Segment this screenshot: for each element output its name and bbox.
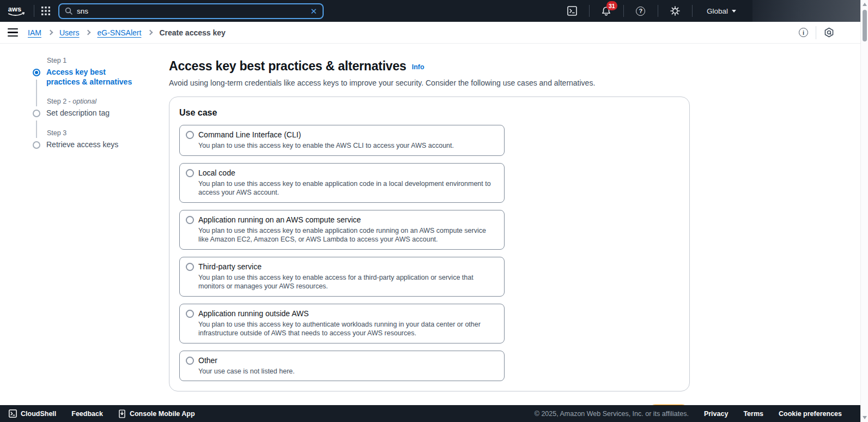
step-radio-icon (33, 110, 40, 117)
step-number-label: Step 1 (47, 57, 134, 64)
settings-button[interactable] (665, 0, 685, 22)
breadcrumb-bar: IAM Users eG-SNSAlert Create access key … (0, 22, 868, 44)
divider (816, 26, 816, 39)
wizard-step-1[interactable]: Step 1 Access key best practices & alter… (33, 57, 134, 87)
feedback-label: Feedback (71, 410, 103, 418)
use-case-heading: Use case (179, 108, 679, 118)
radio-icon[interactable] (186, 263, 194, 271)
radio-icon[interactable] (186, 169, 194, 177)
help-button[interactable]: ? (630, 0, 651, 22)
radio-icon[interactable] (186, 357, 194, 365)
search-icon (65, 7, 72, 15)
radio-icon[interactable] (186, 131, 194, 139)
step-title[interactable]: Access key best practices & alternatives (46, 68, 134, 87)
cookie-preferences-link[interactable]: Cookie preferences (779, 410, 842, 418)
step-radio-active-icon (33, 69, 40, 76)
scrollbar-thumb[interactable] (863, 10, 867, 41)
panel-toggles: i (799, 26, 834, 39)
region-label: Global (707, 7, 728, 15)
breadcrumb-user-name[interactable]: eG-SNSAlert (97, 28, 141, 37)
option-description: You plan to use this access key to enabl… (198, 179, 493, 197)
page-title: Access key best practices & alternatives (169, 59, 406, 73)
step-title[interactable]: Retrieve access keys (46, 140, 118, 150)
option-label: Other (198, 355, 494, 366)
radio-icon[interactable] (186, 310, 194, 318)
step-number-label: Step 2 - optional (47, 98, 134, 105)
privacy-link[interactable]: Privacy (704, 410, 728, 418)
breadcrumb-current-page: Create access key (159, 28, 225, 37)
topbar-gradient-panel (752, 0, 868, 22)
region-selector[interactable]: Global (699, 0, 744, 22)
info-link[interactable]: Info (412, 63, 424, 71)
wizard-step-2[interactable]: Step 2 - optional Set description tag (33, 98, 134, 118)
option-description: Your use case is not listed here. (198, 367, 493, 376)
scroll-up-arrow-icon[interactable] (863, 3, 867, 6)
footer-feedback-button[interactable]: Feedback (71, 410, 103, 418)
wizard-steps-nav: Step 1 Access key best practices & alter… (33, 57, 134, 160)
footer-cloudshell-button[interactable]: CloudShell (9, 409, 56, 418)
cloudshell-terminal-icon (9, 409, 17, 418)
step-radio-icon (33, 141, 40, 149)
side-menu-toggle[interactable] (8, 28, 18, 37)
cloudshell-button[interactable] (562, 0, 582, 22)
page-subtitle: Avoid using long-term credentials like a… (169, 79, 691, 87)
topbar-divider (658, 5, 658, 17)
topbar-divider (34, 5, 34, 17)
chevron-right-icon (148, 30, 153, 35)
footer-mobile-app-button[interactable]: Console Mobile App (118, 409, 195, 418)
footer-right: © 2025, Amazon Web Services, Inc. or its… (535, 410, 842, 418)
notifications-count-badge: 31 (606, 1, 617, 10)
option-outside-aws[interactable]: Application running outside AWS You plan… (179, 304, 505, 343)
global-search-input[interactable]: sns ✕ (58, 3, 324, 19)
option-label: Application running outside AWS (198, 309, 494, 319)
use-case-options: Command Line Interface (CLI) You plan to… (179, 125, 505, 381)
radio-icon[interactable] (186, 216, 194, 224)
info-panel-icon[interactable]: i (799, 28, 808, 37)
option-cli[interactable]: Command Line Interface (CLI) You plan to… (179, 125, 505, 156)
cloudshell-label: CloudShell (21, 410, 56, 418)
option-description: You plan to use this access key to enabl… (198, 273, 493, 291)
notifications-button[interactable]: 31 (596, 0, 617, 22)
option-label: Third-party service (198, 262, 494, 272)
option-label: Application running on an AWS compute se… (198, 215, 494, 225)
option-description: You plan to use this access key to enabl… (198, 226, 493, 244)
step-title[interactable]: Set description tag (46, 108, 110, 118)
breadcrumb-users[interactable]: Users (59, 28, 80, 37)
search-query-text: sns (77, 7, 88, 15)
option-description: You plan to use this access key to authe… (198, 320, 493, 338)
option-third-party-service[interactable]: Third-party service You plan to use this… (179, 257, 505, 297)
option-aws-compute-service[interactable]: Application running on an AWS compute se… (179, 210, 505, 250)
chevron-right-icon (86, 30, 91, 35)
wizard-main-panel: Access key best practices & alternatives… (169, 59, 691, 421)
top-navigation-bar: aws sns ✕ (0, 0, 868, 22)
chevron-right-icon (47, 30, 53, 35)
console-footer: CloudShell Feedback Console Mobile App ©… (0, 405, 868, 422)
search-clear-icon[interactable]: ✕ (310, 7, 317, 15)
topbar-divider (692, 5, 693, 17)
page-scrollbar[interactable] (860, 0, 868, 422)
question-mark-icon: ? (636, 7, 645, 16)
option-local-code[interactable]: Local code You plan to use this access k… (179, 163, 505, 203)
cloudshell-terminal-icon (567, 6, 577, 16)
option-other[interactable]: Other Your use case is not listed here. (179, 351, 505, 382)
chevron-down-icon (732, 10, 736, 13)
aws-logo[interactable]: aws (7, 4, 27, 18)
option-label: Local code (198, 168, 494, 178)
breadcrumb: IAM Users eG-SNSAlert Create access key (28, 28, 226, 37)
amazon-q-icon[interactable] (824, 27, 834, 38)
gear-icon (670, 6, 680, 16)
terms-link[interactable]: Terms (743, 410, 763, 418)
breadcrumb-iam[interactable]: IAM (28, 28, 41, 37)
wizard-step-3[interactable]: Step 3 Retrieve access keys (33, 129, 134, 150)
scroll-down-arrow-icon[interactable] (863, 416, 867, 419)
page-content: Step 1 Access key best practices & alter… (0, 44, 868, 405)
topbar-divider (589, 5, 590, 17)
use-case-card: Use case Command Line Interface (CLI) Yo… (169, 97, 690, 391)
mobile-app-label: Console Mobile App (130, 410, 195, 418)
services-grid-icon[interactable] (41, 6, 51, 16)
svg-text:aws: aws (8, 5, 21, 13)
option-label: Command Line Interface (CLI) (198, 130, 494, 140)
option-description: You plan to use this access key to enabl… (198, 141, 493, 150)
mobile-phone-icon (118, 409, 126, 418)
topbar-divider (623, 5, 624, 17)
